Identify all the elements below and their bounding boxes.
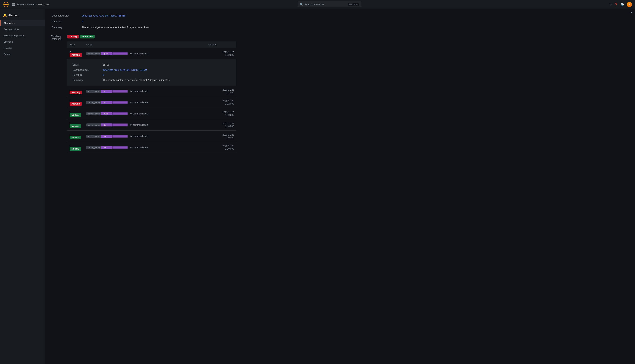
row-created-cell: 2023-11-25 11:00:00 (206, 108, 236, 119)
badge-firing[interactable]: 3 firing (67, 35, 78, 38)
label-key: server_name (86, 146, 101, 149)
exp-summary-value: The error budget for a service for the l… (102, 78, 232, 82)
breadcrumb-sep-2: › (36, 3, 37, 6)
label-tag: server_name grafa (86, 52, 128, 55)
row-created-cell: 2023-11-25 11:00:00 (206, 142, 236, 153)
common-labels: +4 common labels (130, 112, 148, 115)
label-tags: server_name oc +4 common labels (86, 101, 204, 104)
panel-id-link[interactable]: 9 (82, 20, 83, 23)
info-table: Dashboard UID d66242cf-71e8-417c-8ef7-51… (51, 13, 629, 30)
label-key: server_name (86, 124, 101, 126)
table-row[interactable]: › Normal server_name ind +4 common label… (67, 142, 236, 153)
label-val: grafa (101, 52, 112, 55)
sidebar-item-notification-policies[interactable]: Notification policies (0, 32, 45, 39)
row-state-cell: › Normal (67, 130, 84, 142)
th-state: State (67, 42, 84, 48)
sidebar-item-label-groups: Groups (4, 46, 12, 49)
table-row[interactable]: › Alerting server_name h +4 common label… (67, 86, 236, 97)
row-created-cell: 2023-11-25 11:20:00 (206, 48, 236, 59)
created-date: 2023-11-25 (208, 100, 234, 102)
sidebar-item-label-silences: Silences (4, 40, 13, 43)
table-row[interactable]: › Normal server_name de +4 common labels… (67, 119, 236, 130)
matching-instances-section: Matching instances 3 firing 10 normal St… (51, 35, 629, 153)
label-key: server_name (86, 52, 101, 55)
hamburger-menu[interactable]: ☰ (12, 2, 15, 6)
label-tag: server_name de (86, 124, 128, 126)
panel-id-label: Panel ID (51, 18, 81, 24)
svg-point-2 (5, 4, 7, 5)
label-tags: server_name hlc +4 common labels (86, 135, 204, 138)
sidebar: 🔔 Alerting Alert rules Contact points No… (0, 9, 45, 364)
summary-label: Summary (51, 24, 81, 30)
main-layout: 🔔 Alerting Alert rules Contact points No… (0, 9, 635, 364)
summary-value: The error budget for a service for the l… (81, 24, 629, 30)
expand-icon[interactable]: › (70, 99, 70, 102)
table-row[interactable]: › Normal server_name hlc +4 common label… (67, 130, 236, 142)
created-time: 11:00:00 (208, 114, 234, 116)
table-row[interactable]: › Alerting server_name oc +4 common labe… (67, 97, 236, 108)
sidebar-item-admin[interactable]: Admin (0, 51, 45, 57)
label-key: server_name (86, 112, 101, 115)
search-box[interactable]: 🔍 Search or jump to... ⌨ ctrl+k (298, 2, 362, 7)
state-badge: Normal (70, 136, 81, 140)
row-labels-cell: server_name h +4 common labels (84, 86, 206, 97)
common-labels: +4 common labels (130, 135, 148, 138)
sidebar-item-alert-rules[interactable]: Alert rules (0, 20, 45, 26)
sidebar-item-groups[interactable]: Groups (0, 45, 45, 51)
label-tag: server_name auth (86, 112, 128, 115)
common-labels: +4 common labels (130, 52, 148, 55)
sidebar-item-label-admin: Admin (4, 53, 10, 56)
breadcrumb-home[interactable]: Home (17, 3, 24, 6)
expand-icon[interactable]: › (70, 110, 70, 113)
created-time: 11:20:00 (208, 54, 234, 56)
breadcrumb-alerting[interactable]: Alerting (27, 3, 35, 6)
created-date: 2023-11-25 (208, 88, 234, 91)
label-val: oc (101, 101, 112, 104)
row-labels-cell: server_name de +4 common labels (84, 119, 206, 130)
row-labels-cell: server_name grafa +4 common labels (84, 48, 206, 59)
collapse-button[interactable]: ▲ (630, 10, 633, 14)
exp-dashboard-uid-link[interactable]: d66242cf-71e8-417c-8ef7-51b0741545df (103, 68, 147, 71)
state-badge: Normal (70, 113, 81, 117)
avatar[interactable]: A (627, 2, 632, 7)
exp-panel-id-label: Panel ID (72, 72, 102, 78)
label-val: de (101, 124, 112, 126)
value-label: Value (72, 62, 102, 67)
dashboard-uid-link[interactable]: d66242cf-71e8-417c-8ef7-51b0741545df (82, 14, 126, 17)
label-tags: server_name grafa +4 common labels (86, 52, 204, 55)
row-state-cell: › Normal (67, 108, 84, 119)
notifications-icon[interactable]: 📡 (620, 2, 624, 6)
label-tag: server_name h (86, 90, 128, 93)
exp-panel-id-link[interactable]: 9 (103, 74, 104, 76)
row-state-cell: › Normal (67, 142, 84, 153)
label-val: h (101, 90, 112, 93)
expand-icon[interactable]: ▾ (70, 50, 71, 53)
expand-icon[interactable]: › (70, 88, 70, 90)
created-date: 2023-11-25 (208, 51, 234, 54)
exp-dashboard-uid-label: Dashboard UID (72, 67, 102, 72)
row-created-cell: 2023-11-25 11:00:00 (206, 130, 236, 142)
expand-icon[interactable]: › (70, 144, 70, 147)
breadcrumb-alert-rules: Alert rules (38, 3, 49, 6)
expand-icon[interactable]: › (70, 133, 70, 136)
help-icon[interactable]: ❓ (614, 2, 618, 6)
sidebar-item-contact-points[interactable]: Contact points (0, 26, 45, 32)
table-row[interactable]: ▾ Alerting server_name grafa +4 common l… (67, 48, 236, 59)
row-created-cell: 2023-11-25 11:20:00 (206, 86, 236, 97)
state-badge: Normal (70, 147, 81, 151)
matching-instances-label: Matching instances (51, 35, 61, 40)
main-content: Dashboard UID d66242cf-71e8-417c-8ef7-51… (45, 9, 635, 364)
badge-normal[interactable]: 10 normal (80, 35, 94, 38)
label-tag: server_name oc (86, 101, 128, 104)
sidebar-item-silences[interactable]: Silences (0, 39, 45, 45)
row-created-cell: 2023-11-25 11:00:00 (206, 119, 236, 130)
table-row[interactable]: › Normal server_name auth +4 common labe… (67, 108, 236, 119)
grafana-logo[interactable] (3, 2, 9, 8)
add-button[interactable]: + (610, 2, 612, 6)
common-labels: +4 common labels (130, 90, 148, 92)
th-created: Created (206, 42, 236, 48)
badge-row: 3 firing 10 normal (67, 35, 236, 38)
sidebar-section-label: Alerting (8, 14, 18, 17)
breadcrumb-sep-1: › (25, 3, 26, 6)
expand-icon[interactable]: › (70, 122, 70, 124)
